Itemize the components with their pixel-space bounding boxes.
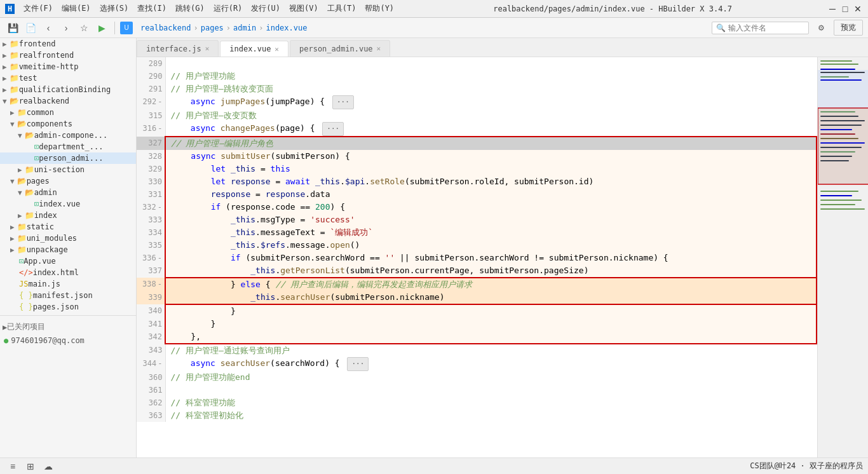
toolbar-forward-icon[interactable]: ›	[58, 20, 74, 36]
line-number: 339	[137, 291, 165, 304]
tab-interface-js[interactable]: interface.js ✕	[137, 40, 219, 57]
sidebar-item-admin-folder[interactable]: ▼ 📂 admin	[0, 187, 136, 198]
code-comment: // 用户查询后编辑，编辑完再发起查询相应用户请求	[275, 280, 471, 289]
tab-index-vue[interactable]: index.vue ✕	[220, 41, 288, 57]
sidebar-item-uni-section[interactable]: ▶ 📁 uni-section	[0, 164, 136, 175]
menu-publish[interactable]: 发行(U)	[247, 2, 284, 15]
toolbar-star-icon[interactable]: ☆	[76, 20, 92, 36]
code-line: _this.$refs.message.open()	[165, 239, 817, 252]
maximize-button[interactable]: □	[840, 4, 850, 14]
code-line: async submitUser(submitPerson) {	[165, 150, 817, 163]
code-editor[interactable]: 289 290 // 用户管理功能 291 // 用户管理—跳转改变页面	[137, 57, 817, 457]
minimap[interactable]	[817, 57, 868, 457]
statusbar-grid-icon[interactable]: ⊞	[23, 459, 38, 474]
toolbar-hbuilder-icon[interactable]: U	[120, 22, 133, 34]
sidebar-item-manifest[interactable]: { } manifest.json	[0, 290, 136, 301]
folder-icon: 📂	[25, 131, 34, 140]
menu-select[interactable]: 选择(S)	[96, 2, 133, 15]
code-text: (response.code ==	[220, 202, 315, 212]
toolbar-save-icon[interactable]: 💾	[5, 20, 20, 36]
collapsed-indicator[interactable]: ···	[332, 95, 354, 109]
menu-help[interactable]: 帮助(Y)	[361, 2, 398, 15]
line-number: 332 -	[137, 201, 165, 213]
menu-bar[interactable]: 文件(F) 编辑(E) 选择(S) 查找(I) 跳转(G) 运行(R) 发行(U…	[20, 2, 398, 15]
sidebar-item-test[interactable]: ▶ 📁 test	[0, 72, 136, 84]
fold-button[interactable]: -	[158, 122, 162, 135]
method: setRole	[370, 177, 405, 186]
code-comment: // 科室管理初始化	[171, 410, 243, 420]
sidebar-item-components[interactable]: ▼ 📂 components	[0, 118, 136, 130]
sidebar-item-realfrontend[interactable]: ▶ 📁 realfrontend	[0, 50, 136, 61]
code-text: (submitPerson.roleId, submitPerson.id)	[405, 177, 593, 186]
sidebar-item-closed-projects[interactable]: ▶ 已关闭项目	[0, 320, 136, 334]
tab-close-icon[interactable]: ✕	[205, 44, 210, 53]
breadcrumb-pages[interactable]: pages	[201, 24, 224, 32]
sidebar-item-static[interactable]: ▶ 📁 static	[0, 221, 136, 233]
sidebar-item-department[interactable]: ⊡ department_...	[0, 141, 136, 152]
breadcrumb-file[interactable]: index.vue	[266, 24, 307, 32]
sidebar-label: index.vue	[39, 200, 80, 208]
breadcrumb-root[interactable]: realbackend	[140, 24, 191, 32]
fold-button[interactable]: -	[158, 278, 162, 290]
code-text: {	[261, 280, 275, 289]
statusbar-lines-icon[interactable]: ≡	[5, 459, 20, 474]
code-line: } else { // 用户查询后编辑，编辑完再发起查询相应用户请求	[165, 278, 817, 291]
menu-file[interactable]: 文件(F)	[20, 2, 57, 15]
fold-button[interactable]: -	[158, 252, 162, 264]
collapsed-indicator[interactable]: ···	[322, 122, 344, 136]
file-search-box[interactable]: 🔍	[712, 22, 809, 34]
breadcrumb-admin[interactable]: admin	[233, 24, 256, 32]
menu-find[interactable]: 查找(I)	[133, 2, 170, 15]
toolbar-back-icon[interactable]: ‹	[41, 20, 56, 36]
sidebar-label: manifest.json	[33, 291, 93, 300]
fold-button[interactable]: -	[158, 95, 162, 108]
statusbar-cloud-icon[interactable]: ☁	[41, 459, 56, 474]
window-controls[interactable]: ─ □ ✕	[827, 4, 863, 14]
sidebar-item-admin-comp[interactable]: ▼ 📂 admin-compone...	[0, 130, 136, 141]
sidebar-item-unpackage[interactable]: ▶ 📁 unpackage	[0, 244, 136, 255]
sidebar-item-uni-modules[interactable]: ▶ 📁 uni_modules	[0, 233, 136, 244]
sidebar-item-index-vue[interactable]: ⊡ index.vue	[0, 198, 136, 210]
code-line: },	[165, 330, 817, 344]
tab-person-admin[interactable]: person_admin.vue ✕	[290, 40, 390, 57]
sidebar-item-vmeitime[interactable]: ▶ 📁 vmeitime-http	[0, 61, 136, 72]
minimize-button[interactable]: ─	[827, 4, 837, 14]
svg-rect-3	[820, 69, 855, 70]
toolbar-new-icon[interactable]: 📄	[23, 20, 38, 36]
sidebar-item-frontend[interactable]: ▶ 📁 frontend	[0, 38, 136, 50]
fold-button[interactable]: -	[158, 201, 162, 213]
fold-button[interactable]: -	[158, 357, 162, 370]
line-number: 331	[137, 188, 165, 201]
sidebar-item-pages[interactable]: ▼ 📂 pages	[0, 175, 136, 187]
sidebar-item-app-vue[interactable]: ⊡ App.vue	[0, 255, 136, 267]
collapsed-indicator[interactable]: ···	[347, 357, 369, 371]
keyword: let	[211, 164, 226, 173]
sidebar-label: pages	[27, 177, 50, 186]
menu-tools[interactable]: 工具(T)	[323, 2, 360, 15]
table-row: 289	[137, 57, 817, 70]
variable: _this	[231, 164, 255, 173]
menu-run[interactable]: 运行(R)	[210, 2, 247, 15]
line-number: 329	[137, 163, 165, 175]
sidebar-item-qualification[interactable]: ▶ 📁 qualificationBinding	[0, 84, 136, 95]
sidebar-item-index-html[interactable]: </> index.html	[0, 267, 136, 278]
table-row: 316 - async changePages(page) { ···	[137, 122, 817, 137]
filter-button[interactable]: ⚙	[814, 22, 829, 34]
menu-view[interactable]: 视图(V)	[285, 2, 322, 15]
sidebar-item-realbackend[interactable]: ▼ 📂 realbackend	[0, 95, 136, 107]
sidebar-item-index-folder[interactable]: ▶ 📁 index	[0, 210, 136, 221]
menu-edit[interactable]: 编辑(E)	[58, 2, 95, 15]
line-number: 316 -	[137, 122, 165, 137]
file-search-input[interactable]	[728, 24, 804, 32]
sidebar-item-pages-json[interactable]: { } pages.json	[0, 301, 136, 313]
toolbar-run-icon[interactable]: ▶	[94, 20, 109, 36]
sidebar-item-common[interactable]: ▶ 📁 common	[0, 107, 136, 118]
close-button[interactable]: ✕	[853, 4, 863, 14]
menu-goto[interactable]: 跳转(G)	[172, 2, 208, 15]
sidebar-item-person-admin[interactable]: ⊡ person_admi...	[0, 152, 136, 164]
tab-close-icon[interactable]: ✕	[275, 45, 279, 53]
tab-close-icon[interactable]: ✕	[377, 44, 381, 53]
sidebar-item-main-js[interactable]: JS main.js	[0, 278, 136, 290]
preview-button[interactable]: 预览	[834, 20, 863, 36]
chevron-down-icon: ▼	[10, 120, 15, 128]
